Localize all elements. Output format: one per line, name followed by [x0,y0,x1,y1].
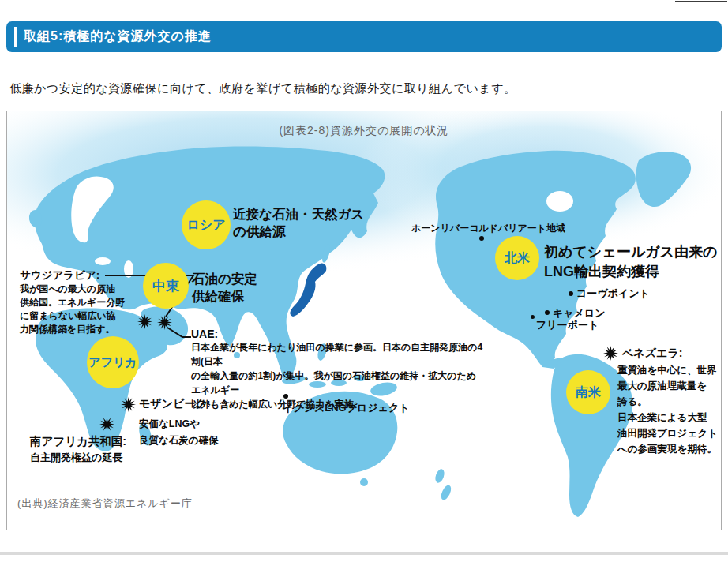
note-saudi-arabia: サウジアラビア: 我が国への最大の原油 供給国。エネルギー分野 に留まらない幅広… [20,268,138,336]
note-line: 我が国への最大の原油 [20,283,138,296]
headline-line: 石油の安定 [192,270,257,287]
section-header: 取組5:積極的な資源外交の推進 [6,21,722,52]
region-label-middle-east: 中東 [152,277,179,295]
oilfield-star-icon-venezuela [603,346,618,361]
figure-source: (出典)経済産業省資源エネルギー庁 [17,496,193,511]
note-venezuela: 重質油を中心に、世界 最大の原油埋蔵量を 誇る。 日本企業による大型 油田開発プ… [617,362,728,457]
note-line: 良質な石炭の確保 [139,433,250,449]
note-title: UAE: [191,328,483,340]
note-mozambique: モザンビーク: 安価なLNGや 良質な石炭の確保 [139,397,250,449]
note-line: 安価なLNGや [139,416,250,433]
map-dot-cove-point [569,291,573,296]
label-ichthys: イクシスLNGプロジェクト [283,401,410,415]
region-circle-north-america: 北米 [495,236,539,280]
note-line: 誇る。 [617,394,728,410]
figure-title: (図表2-8)資源外交の展開の状況 [7,124,721,138]
oilfield-star-icon-south-africa [99,417,114,432]
oilfield-star-icon-mozambique [121,397,136,412]
note-title: モザンビーク: [139,397,250,411]
headline-line: 初めてシェールガス由来の [544,242,717,262]
region-circle-russia: ロシア [182,200,231,249]
bottom-divider [0,552,728,555]
note-line: 力関係構築を目指す。 [20,323,138,336]
map-dot-freeport [531,315,535,319]
new-zealand-north [433,468,446,484]
note-line: への参画実現を期待。 [617,441,728,457]
note-line: 重質油を中心に、世界 [617,362,728,378]
note-line: 日本企業による大型 [617,410,728,425]
region-circle-middle-east: 中東 [143,263,189,309]
new-zealand-south [439,484,453,501]
note-line: に留まらない幅広い協 [20,309,138,323]
map-dot-horn-river [479,236,484,241]
note-venezuela-title: ベネズエラ: [622,347,682,361]
section-title: 取組5:積極的な資源外交の推進 [24,28,212,45]
header-accent-stripe [14,27,17,47]
black-sea [95,257,111,265]
note-line: 最大の原油埋蔵量を [617,378,728,394]
headline-line: の供給源 [233,223,364,240]
oilfield-star-icon-uae [157,315,172,330]
headline-north-america: 初めてシェールガス由来の LNG輸出契約獲得 [544,242,717,282]
region-label-north-america: 北米 [505,250,530,267]
tasmania [360,478,368,486]
headline-line: 供給確保 [192,287,257,305]
note-line: 油田開発プロジェクト [617,425,728,441]
label-cove-point: コーヴポイント [576,287,650,301]
headline-line: LNG輸出契約獲得 [544,262,717,282]
note-line: 日本企業が長年にわたり油田の操業に参画。日本の自主開発原油の4割(日本 [191,340,483,369]
intro-text: 低廉かつ安定的な資源確保に向けて、政府を挙げて積極的な資源外交に取り組んでいます… [9,81,516,96]
map-dot-cameron [545,310,550,315]
note-line: 供給国。エネルギー分野 [20,296,138,309]
cropped-element-fragment [675,1,727,2]
headline-russia: 近接な石油・天然ガス の供給源 [233,205,364,240]
note-south-africa-line: 自主開発権益の延長 [30,451,122,465]
region-circle-south-america: 南米 [566,370,610,414]
hudson-bay [546,191,573,212]
figure-panel: (図表2-8)資源外交の展開の状況 ロシア 中東 アフリカ 北米 南米 近接な石… [6,111,722,530]
region-label-south-america: 南米 [576,384,601,401]
label-horn-river: ホーンリバーコルドバリアート地域 [411,222,565,235]
region-label-russia: ロシア [186,217,225,234]
label-freeport: フリーポート [536,318,599,332]
map-dot-ichthys [283,394,288,399]
region-circle-africa: アフリカ [87,336,139,388]
note-south-africa-title: 南アフリカ共和国: [30,434,126,449]
oilfield-star-icon-saudi [137,314,152,329]
note-title: サウジアラビア: [20,268,138,283]
region-label-africa: アフリカ [88,355,137,370]
note-line: の全輸入量の約1割)が集中。我が国の石油権益の維持・拡大のためエネルギー [191,369,483,397]
headline-line: 近接な石油・天然ガス [233,205,364,223]
headline-middle-east: 石油の安定 供給確保 [192,270,257,305]
